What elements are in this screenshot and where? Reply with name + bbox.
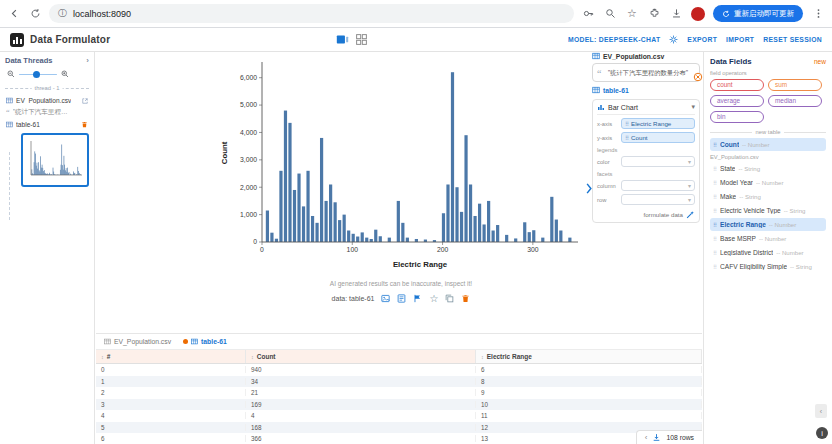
tab-table-61[interactable]: table-61	[183, 338, 227, 345]
copy-chart-icon[interactable]	[445, 294, 454, 303]
x-axis-field[interactable]: ⠿ Electric Range	[621, 118, 695, 129]
table-cell: 8	[476, 378, 702, 385]
field-type: -- String	[739, 193, 761, 200]
thread-item-prompt[interactable]: “ "统计下汽车里程的数量分布"	[5, 106, 89, 119]
y-axis-field[interactable]: ⠿ Count	[621, 132, 695, 143]
svg-text:0: 0	[260, 246, 264, 253]
table-row[interactable]: 636613	[96, 433, 702, 444]
field-item-electric-vehicle-type[interactable]: ⠿Electric Vehicle Type-- String	[710, 204, 826, 217]
field-item-base-msrp[interactable]: ⠿Base MSRP-- Number	[710, 232, 826, 245]
x-axis-label: x-axis	[597, 121, 618, 127]
operator-chip-count[interactable]: count	[710, 79, 764, 91]
operator-chip-average[interactable]: average	[710, 95, 764, 107]
table-row[interactable]: 4411	[96, 410, 702, 422]
extensions-icon[interactable]	[647, 7, 661, 21]
save-image-icon[interactable]	[381, 294, 390, 303]
screen: ⓘ localhost:8090 ☆ 重新启动即可更新	[0, 0, 832, 444]
zoom-slider-thumb[interactable]	[33, 71, 40, 78]
zoom-out-icon[interactable]	[7, 70, 15, 78]
zoom-slider[interactable]	[19, 70, 57, 78]
table-header-row: ↕ # ↕ Count ↕ Electric Range	[96, 350, 702, 364]
dismiss-prompt-icon[interactable]	[693, 72, 703, 82]
table-cell: 10	[476, 401, 702, 408]
prompt-card[interactable]: “ "统计下汽车里程的数量分布"	[592, 63, 700, 82]
column-header-count[interactable]: ↕ Count	[246, 350, 476, 363]
thread-item-derived-table[interactable]: table-61	[5, 119, 89, 130]
address-bar[interactable]: ⓘ localhost:8090	[49, 4, 574, 23]
config-dataset: EV_Population.csv	[592, 52, 700, 60]
open-table-icon[interactable]	[82, 98, 88, 104]
info-icon[interactable]: i	[816, 427, 828, 439]
field-item-legislative-district[interactable]: ⠿Legislative District-- Number	[710, 246, 826, 259]
table-cell: 4	[96, 412, 246, 419]
downloads-icon[interactable]	[669, 7, 683, 21]
operator-chip-bin[interactable]: bin	[710, 111, 764, 123]
zoom-in-icon[interactable]	[61, 70, 69, 78]
table-cell: 6	[96, 435, 246, 442]
table-body: 09406134822193169104411516812636613	[96, 364, 702, 444]
table-row[interactable]: 516812	[96, 422, 702, 434]
field-item-make[interactable]: ⠿Make-- String	[710, 190, 826, 203]
table-icon	[6, 97, 13, 104]
back-icon[interactable]	[7, 7, 21, 21]
view-toggles	[336, 33, 368, 46]
column-header-electric-range[interactable]: ↕ Electric Range	[476, 350, 702, 363]
delete-chart-icon[interactable]	[461, 294, 470, 303]
field-type: -- String	[738, 165, 760, 172]
field-item-cafv-eligibility-simple[interactable]: ⠿CAFV Eligibility Simple-- String	[710, 260, 826, 273]
import-link[interactable]: IMPORT	[726, 36, 754, 43]
row-field[interactable]: ▾	[621, 194, 695, 205]
field-item-count[interactable]: ⠿Count-- Number	[710, 138, 826, 151]
report-flag-icon[interactable]	[413, 294, 422, 303]
panel-toggle-button[interactable]: ‹	[815, 404, 827, 418]
field-item-model-year[interactable]: ⠿Model Year-- Number	[710, 176, 826, 189]
field-item-state[interactable]: ⠿State-- String	[710, 162, 826, 175]
export-link[interactable]: EXPORT	[687, 36, 717, 43]
key-icon[interactable]	[581, 7, 595, 21]
table-cell: 169	[246, 401, 476, 408]
model-settings-gear-icon[interactable]	[669, 35, 678, 44]
config-derived-table[interactable]: table-61	[592, 86, 700, 94]
reload-icon[interactable]	[28, 7, 42, 21]
thread-item-dataset[interactable]: EV_Population.csv	[5, 95, 89, 106]
data-source-label: data: table-61	[332, 295, 375, 302]
table-row[interactable]: 09406	[96, 364, 702, 376]
table-row[interactable]: 2219	[96, 387, 702, 399]
drag-handle-icon: ⠿	[713, 142, 717, 148]
favorite-star-icon[interactable]: ☆	[429, 293, 438, 304]
download-table-icon[interactable]	[652, 433, 661, 442]
collapse-threads-icon[interactable]: ›	[86, 56, 89, 65]
bookmark-star-icon[interactable]: ☆	[625, 7, 639, 21]
model-selector[interactable]: MODEL: DEEPSEEK-CHAT	[568, 36, 660, 43]
view-code-icon[interactable]	[397, 294, 406, 303]
chart-thumbnail-selected[interactable]	[21, 133, 89, 187]
column-header-index[interactable]: ↕ #	[96, 350, 246, 363]
chart-type-select[interactable]: Bar Chart ▾	[597, 103, 695, 115]
update-browser-button[interactable]: 重新启动即可更新	[713, 5, 803, 22]
table-row[interactable]: 1348	[96, 376, 702, 388]
site-info-icon[interactable]: ⓘ	[58, 7, 67, 20]
field-name: Electric Range	[720, 221, 766, 228]
field-item-electric-range[interactable]: ⠿Electric Range-- Number	[710, 218, 826, 231]
delete-table-icon[interactable]	[81, 121, 88, 128]
chevron-left-icon[interactable]: ‹	[645, 433, 648, 442]
table-row[interactable]: 316910	[96, 399, 702, 411]
column-label: column	[597, 183, 618, 189]
grid-view-icon[interactable]	[355, 33, 368, 46]
browser-chrome: ⓘ localhost:8090 ☆ 重新启动即可更新	[0, 0, 832, 28]
operator-chip-sum[interactable]: sum	[768, 79, 822, 91]
reset-session-link[interactable]: RESET SESSION	[763, 36, 822, 43]
color-field[interactable]: ▾	[621, 156, 695, 167]
tab-ev-population[interactable]: EV_Population.csv	[104, 338, 171, 345]
column-field[interactable]: ▾	[621, 180, 695, 191]
formulate-data-button[interactable]: formulate data	[597, 210, 695, 219]
profile-avatar[interactable]	[691, 7, 705, 21]
new-field-button[interactable]: new	[814, 58, 826, 65]
operator-chip-median[interactable]: median	[768, 95, 822, 107]
carousel-view-icon[interactable]	[336, 33, 349, 46]
drag-handle-icon: ⠿	[625, 135, 629, 141]
drag-handle-icon: ⠿	[713, 194, 717, 200]
search-icon[interactable]	[603, 7, 617, 21]
field-name: Count	[720, 141, 739, 148]
browser-menu-icon[interactable]	[811, 7, 825, 21]
